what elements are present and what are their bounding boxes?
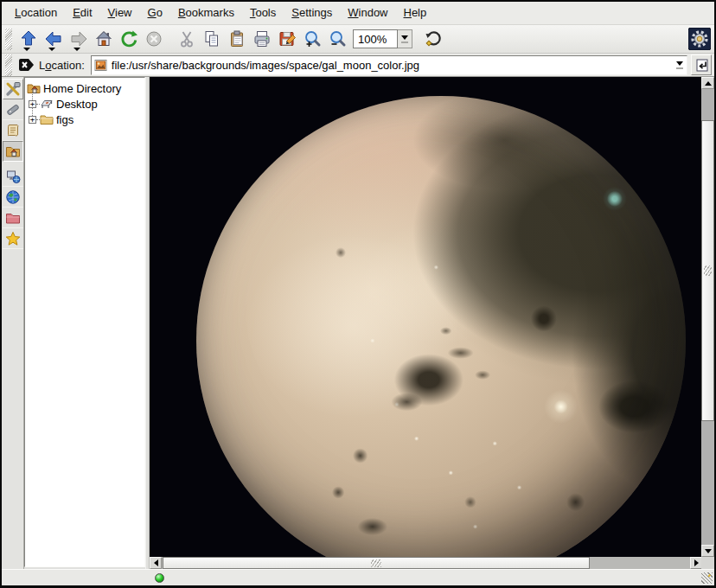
main-toolbar: 100% (2, 25, 714, 54)
status-bar (2, 569, 714, 585)
zoom-out-icon (328, 29, 347, 48)
thumb-grip (704, 265, 712, 276)
scroll-left-button[interactable] (150, 557, 162, 569)
up-icon (19, 29, 38, 48)
location-combobox[interactable]: file:/usr/share/backgrounds/images/space… (91, 55, 687, 75)
vertical-scroll-thumb[interactable] (701, 120, 714, 421)
tree-item-label: Desktop (56, 98, 98, 111)
desktop-icon (40, 97, 54, 111)
triangle-down-icon (705, 549, 712, 553)
vertical-scrollbar[interactable] (701, 77, 714, 557)
home-icon (94, 29, 113, 48)
sidebar-configure-button[interactable] (3, 79, 23, 99)
moon-image (196, 96, 686, 557)
zoom-out-button[interactable] (324, 27, 349, 52)
menu-item-settings[interactable]: Settings (284, 2, 340, 24)
location-dropdown-button[interactable] (672, 56, 687, 74)
zoom-value: 100% (358, 33, 387, 46)
menu-label: elp (412, 6, 426, 19)
menu-item-view[interactable]: View (100, 2, 140, 24)
combo-underline (401, 42, 408, 43)
menu-item-edit[interactable]: Edit (65, 2, 99, 24)
menu-accel: S (291, 6, 299, 19)
sidebar-bookmarks-button[interactable] (3, 228, 23, 249)
sidebar-root-folder-button[interactable] (3, 208, 23, 228)
menu-item-bookmarks[interactable]: Bookmarks (170, 2, 242, 24)
horizontal-scroll-thumb[interactable] (163, 557, 590, 569)
menu-label: ettings (299, 6, 332, 19)
chevron-down-icon (401, 35, 408, 40)
configure-icon (5, 81, 21, 97)
menu-item-help[interactable]: Help (396, 2, 435, 24)
menu-label: ools (255, 6, 276, 19)
view-active-led (155, 573, 164, 583)
location-url-text[interactable]: file:/usr/share/backgrounds/images/space… (112, 59, 672, 72)
location-toolbar: Location: file:/usr/share/backgrounds/im… (2, 54, 714, 77)
combo-underline (676, 67, 683, 69)
menu-accel: G (148, 6, 157, 19)
history-scroll-icon (5, 123, 21, 138)
resize-grip-icon[interactable] (701, 572, 713, 584)
image-view-area (150, 77, 714, 569)
expander-plus-icon[interactable]: + (29, 100, 36, 108)
folder-tree-panel[interactable]: Home Directory + Desktop + figs (24, 77, 145, 567)
star-icon (5, 231, 21, 246)
save-as-icon (278, 29, 297, 48)
reload-button[interactable] (116, 27, 141, 52)
up-dropdown-arrow-icon (23, 48, 30, 51)
triangle-left-icon (154, 559, 158, 566)
clear-location-button[interactable] (16, 54, 36, 75)
rotate-clockwise-button[interactable] (420, 27, 445, 52)
sidebar-network-button[interactable] (3, 166, 23, 187)
zoom-in-button[interactable] (299, 27, 324, 52)
go-button[interactable] (691, 54, 712, 75)
sidebar-media-player-button[interactable] (3, 99, 23, 120)
zoom-dropdown-button[interactable] (398, 29, 412, 48)
scroll-up-button[interactable] (701, 77, 714, 89)
tree-item-label: Home Directory (43, 82, 121, 95)
menu-label: ocation (21, 6, 57, 19)
up-button[interactable] (16, 27, 41, 52)
expander-plus-icon[interactable]: + (29, 116, 36, 124)
toolbar-drag-handle[interactable] (5, 29, 12, 50)
menu-accel: W (348, 6, 358, 19)
cut-button (174, 27, 199, 52)
scrollbar-corner (701, 557, 714, 569)
zoom-combobox[interactable]: 100% (353, 29, 398, 48)
forward-dropdown-arrow-icon (74, 48, 80, 51)
menu-label: o (157, 6, 163, 19)
stop-button (141, 27, 166, 52)
locationbar-drag-handle[interactable] (5, 54, 12, 76)
sidebar-home-directory-button[interactable] (3, 141, 23, 162)
back-button[interactable] (41, 27, 66, 52)
tree-item-figs[interactable]: + figs (25, 112, 144, 127)
menu-item-window[interactable]: Window (340, 2, 395, 24)
horizontal-scrollbar[interactable] (150, 557, 702, 569)
folder-home-icon (27, 81, 41, 95)
home-button[interactable] (91, 27, 116, 52)
print-button[interactable] (249, 27, 274, 52)
folder-icon (40, 112, 54, 126)
save-as-button[interactable] (274, 27, 299, 52)
sidebar-history-button[interactable] (3, 120, 23, 141)
globe-icon (5, 189, 21, 205)
location-label: Location: (39, 59, 85, 72)
back-dropdown-arrow-icon (48, 48, 55, 51)
paste-button[interactable] (224, 27, 249, 52)
back-icon (44, 29, 63, 48)
tree-item-home-directory[interactable]: Home Directory (25, 80, 144, 96)
paste-icon (227, 29, 246, 48)
menu-item-tools[interactable]: Tools (242, 2, 284, 24)
menu-bar: Location Edit View Go Bookmarks Tools Se… (2, 2, 714, 25)
sidebar-web-button[interactable] (3, 187, 23, 208)
media-player-icon (5, 102, 21, 118)
cut-icon (177, 29, 196, 48)
tree-item-desktop[interactable]: + Desktop (25, 96, 144, 112)
scroll-right-button[interactable] (690, 557, 702, 569)
print-icon (253, 29, 272, 48)
image-canvas[interactable] (150, 77, 701, 557)
copy-button[interactable] (199, 27, 224, 52)
scroll-down-button[interactable] (701, 545, 714, 557)
menu-item-go[interactable]: Go (140, 2, 170, 24)
menu-item-location[interactable]: Location (7, 2, 65, 24)
